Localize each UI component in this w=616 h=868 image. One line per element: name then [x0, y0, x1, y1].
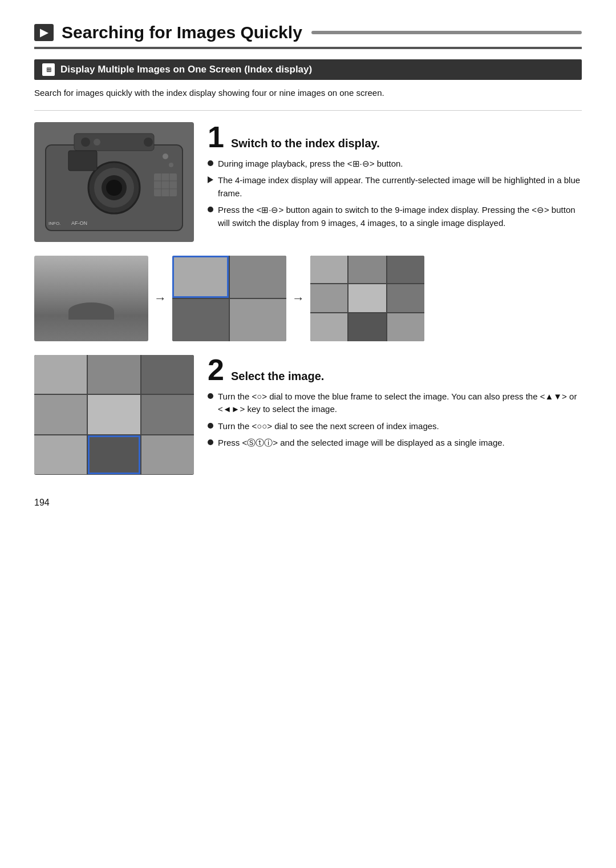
- section-header-text: Display Multiple Images on One Screen (I…: [60, 64, 312, 75]
- page-number: 194: [34, 498, 582, 508]
- section-header: ⊞ Display Multiple Images on One Screen …: [34, 59, 582, 80]
- thumb-g3: [387, 256, 424, 284]
- thumb-2: [230, 256, 286, 298]
- thumb-1: [172, 256, 229, 298]
- step1-bullet-2-text: The 4-image index display will appear. T…: [218, 174, 582, 200]
- step1-bullet-1: During image playback, press the <⊞·⊖> b…: [208, 158, 582, 171]
- s2-thumb-9: [141, 435, 194, 475]
- thumb-g2: [348, 256, 386, 284]
- s2-thumb-6: [141, 395, 194, 434]
- svg-point-10: [163, 154, 168, 159]
- step2-title-text: Select the image.: [231, 370, 324, 383]
- thumb-g1: [310, 256, 347, 284]
- svg-point-8: [144, 138, 153, 147]
- svg-point-7: [94, 139, 100, 146]
- thumb-g8: [348, 313, 386, 341]
- s2-thumb-8: [88, 435, 140, 475]
- step2-number: 2: [208, 355, 224, 385]
- thumb-4: [230, 299, 286, 341]
- step2-bullet-3: Press <Ⓢⓣⓘ> and the selected image will …: [208, 437, 582, 450]
- title-bar-line: [311, 31, 582, 34]
- svg-text:AF-ON: AF-ON: [71, 220, 87, 226]
- step1-bullet-2: The 4-image index display will appear. T…: [208, 174, 582, 200]
- svg-point-11: [169, 163, 173, 167]
- bullet-circle-icon: [208, 160, 213, 166]
- nine-image-grid: [310, 256, 424, 341]
- svg-text:INFO.: INFO.: [48, 221, 60, 226]
- bullet-circle-s2-2: [208, 423, 213, 429]
- step2-bullet-2-text: Turn the <○○> dial to see the next scree…: [218, 420, 582, 433]
- thumb-g6: [387, 284, 424, 312]
- step2-bullet-1: Turn the <○> dial to move the blue frame…: [208, 390, 582, 416]
- step2-bullet-2: Turn the <○○> dial to see the next scree…: [208, 420, 582, 433]
- divider: [34, 110, 582, 111]
- bullet-triangle-icon: [208, 176, 213, 183]
- s2-thumb-4: [34, 395, 87, 434]
- step1-bullet-1-text: During image playback, press the <⊞·⊖> b…: [218, 158, 582, 171]
- step1-image-col: AF-ON INFO.: [34, 122, 194, 242]
- step1-content: 1 Switch to the index display. During im…: [208, 122, 582, 234]
- thumb-g4: [310, 284, 347, 312]
- svg-point-6: [81, 138, 90, 147]
- index-display-row: → →: [34, 256, 582, 341]
- s2-thumb-2: [88, 355, 140, 394]
- page-title-icon: ▶: [34, 24, 54, 41]
- step1-title-text: Switch to the index display.: [231, 137, 380, 150]
- bullet-circle-icon-2: [208, 207, 213, 212]
- step2-content: 2 Select the image. Turn the <○> dial to…: [208, 355, 582, 454]
- camera-image: AF-ON INFO.: [34, 122, 194, 242]
- step2-title: 2 Select the image.: [208, 355, 582, 385]
- step1-title: 1 Switch to the index display.: [208, 122, 582, 152]
- svg-point-4: [106, 180, 122, 196]
- section-header-icon: ⊞: [42, 63, 55, 76]
- step1-bullet-3-text: Press the <⊞·⊖> button again to switch t…: [218, 204, 582, 229]
- step1-bullet-list: During image playback, press the <⊞·⊖> b…: [208, 158, 582, 230]
- step2-bullet-3-text: Press <Ⓢⓣⓘ> and the selected image will …: [218, 437, 582, 450]
- thumb-g7: [310, 313, 347, 341]
- thumb-g9: [387, 313, 424, 341]
- bullet-circle-s2-1: [208, 393, 213, 399]
- four-image-grid: [172, 256, 286, 341]
- step2-image-col: [34, 355, 194, 475]
- s2-thumb-5: [88, 395, 140, 434]
- intro-text: Search for images quickly with the index…: [34, 87, 582, 100]
- page-title: Searching for Images Quickly: [62, 23, 302, 42]
- s2-thumb-1: [34, 355, 87, 394]
- step1-bullet-3: Press the <⊞·⊖> button again to switch t…: [208, 204, 582, 229]
- step2-bullet-1-text: Turn the <○> dial to move the blue frame…: [218, 390, 582, 416]
- page-title-bar: ▶ Searching for Images Quickly: [34, 23, 582, 49]
- thumb-3: [172, 299, 229, 341]
- step1-number: 1: [208, 122, 224, 152]
- bullet-circle-s2-3: [208, 439, 213, 445]
- s2-thumb-3: [141, 355, 194, 394]
- s2-thumb-7: [34, 435, 87, 475]
- step2-nine-image-grid: [34, 355, 194, 475]
- camera-svg: AF-ON INFO.: [40, 128, 188, 236]
- thumb-g5: [348, 284, 386, 312]
- step2-row: 2 Select the image. Turn the <○> dial to…: [34, 355, 582, 475]
- arrow-1: →: [154, 291, 167, 306]
- single-image-thumb: [34, 256, 148, 341]
- arrow-2: →: [292, 291, 305, 306]
- step2-bullet-list: Turn the <○> dial to move the blue frame…: [208, 390, 582, 450]
- svg-rect-9: [68, 151, 97, 171]
- step1-row: AF-ON INFO. 1 Switch to the index displa…: [34, 122, 582, 242]
- svg-rect-12: [154, 173, 177, 196]
